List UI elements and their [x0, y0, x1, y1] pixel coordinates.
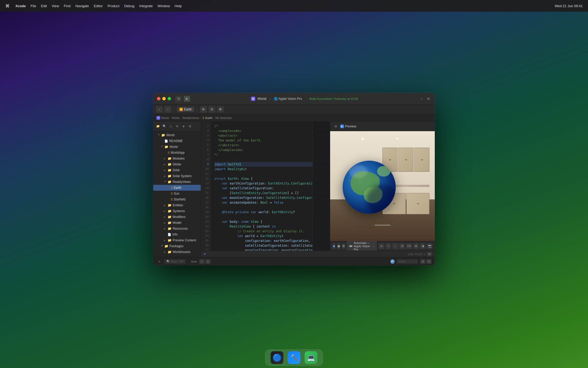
- forward-btn[interactable]: ›: [164, 106, 171, 113]
- disclosure-world-root: ▶: [158, 134, 160, 136]
- sidebar-item-globe[interactable]: ▶ 📁 Globe: [153, 161, 201, 167]
- code-line-1: /*: [214, 124, 327, 129]
- record-btn[interactable]: ⏺: [332, 243, 335, 249]
- code-line-2: <samplecode>: [214, 129, 327, 133]
- sidebar-item-solarsystem[interactable]: ▶ 📁 Solar System: [153, 173, 201, 179]
- breadcrumb-world-2[interactable]: World: [172, 116, 180, 119]
- sidebar-toggle-btn[interactable]: ⊟: [175, 96, 182, 102]
- folder-icon-globe: 📁: [168, 162, 172, 166]
- sidebar-item-realityviews[interactable]: ▶ 📁 RealityViews: [153, 179, 201, 185]
- code-line-10: import RealityKit: [214, 167, 327, 172]
- landscape-btn[interactable]: ⊟: [413, 243, 419, 249]
- sidebar-item-earth[interactable]: S Earth: [153, 185, 201, 191]
- sidebar-item-info[interactable]: 📄 Info: [153, 232, 201, 237]
- editor-split-btn[interactable]: ⊟: [208, 106, 215, 113]
- sidebar-item-resources[interactable]: ▶ 📁 Resources: [153, 226, 201, 232]
- back-btn[interactable]: ‹: [156, 106, 163, 113]
- sidebar-item-sun[interactable]: S Sun: [153, 191, 201, 196]
- maximize-button[interactable]: [168, 97, 171, 100]
- sidebar-icon-5[interactable]: ◈: [181, 124, 186, 129]
- menu-product[interactable]: Product: [108, 4, 120, 8]
- project-icon: W: [251, 97, 255, 101]
- title-center: W World › 🌐 Apple Vision Pro Build Succe…: [192, 97, 417, 101]
- sidebar-item-world[interactable]: ▶ 📁 World: [153, 144, 201, 150]
- preview-label: ▶ Preview: [340, 125, 356, 128]
- file-tab-earth[interactable]: S Earth: [177, 107, 194, 112]
- status-expand-btn[interactable]: ⊞: [427, 252, 432, 256]
- breadcrumb-earth[interactable]: Earth: [205, 116, 212, 119]
- info-btn[interactable]: ℹ: [205, 259, 211, 264]
- breadcrumb-sep-4: ›: [214, 116, 215, 119]
- folder-icon-packages: 📁: [164, 244, 168, 248]
- sidebar-item-modules[interactable]: ▶ 📁 Modules: [153, 156, 201, 161]
- menu-help[interactable]: Help: [175, 4, 182, 8]
- zoom-fit-btn[interactable]: ⊙: [378, 243, 384, 249]
- menu-debug[interactable]: Debug: [124, 4, 134, 8]
- sidebar-item-modifiers[interactable]: ▶ 📁 Modifiers: [153, 214, 201, 220]
- sidebar-item-worldapp[interactable]: S WorldApp: [153, 150, 201, 156]
- run-btn[interactable]: ▶: [184, 96, 190, 102]
- menu-edit[interactable]: Edit: [41, 4, 47, 8]
- canvas-btn[interactable]: ⊠: [217, 106, 224, 113]
- sidebar-item-starfield[interactable]: S Starfield: [153, 196, 201, 202]
- line-num-5: 5: [207, 143, 209, 148]
- sidebar-icon-4[interactable]: ⚙: [174, 124, 180, 129]
- device-selector[interactable]: 🥽 Automatic – Apple Vision Pro ⌄: [347, 241, 377, 251]
- zoom-level-btn[interactable]: 100: [406, 243, 412, 249]
- layout-btn[interactable]: ⊞: [426, 96, 431, 101]
- sidebar-item-systems[interactable]: ▶ 📁 Systems: [153, 208, 201, 214]
- capture-btn[interactable]: 📷: [427, 243, 433, 249]
- title-separator: ›: [270, 97, 271, 101]
- add-tab-btn[interactable]: ＋: [419, 96, 424, 101]
- right-grid-btn[interactable]: ⊟: [426, 259, 432, 264]
- menu-view[interactable]: View: [52, 4, 59, 8]
- inspector-btn[interactable]: ⊞: [200, 106, 207, 113]
- line-num-10: 10: [205, 167, 209, 172]
- menu-navigate[interactable]: Navigate: [75, 4, 89, 8]
- editor-filter[interactable]: Filter: [397, 259, 418, 264]
- zoom-100-btn[interactable]: ⊡: [399, 243, 405, 249]
- breadcrumb-no-selection[interactable]: No Selection: [215, 116, 232, 119]
- dock-finder[interactable]: 🔵: [271, 351, 283, 364]
- menu-window[interactable]: Window: [157, 4, 170, 8]
- sidebar-item-world-root[interactable]: ▶ 📁 World: [153, 132, 201, 138]
- sidebar-filter[interactable]: 🔍 Filter ⌘F: [164, 259, 186, 264]
- sidebar-item-entities[interactable]: ▶ 📁 Entities: [153, 202, 201, 208]
- zoom-out-btn[interactable]: －: [392, 243, 398, 249]
- apple-menu-icon[interactable]: ⌘: [5, 3, 10, 8]
- code-line-17: var animateUpdates: Bool = false: [214, 200, 327, 205]
- preview-settings-btn[interactable]: ⚙: [333, 123, 339, 129]
- close-button[interactable]: [157, 97, 160, 100]
- sidebar-item-readme[interactable]: 📄 README: [153, 138, 201, 144]
- disclosure-worldassets: ▶: [164, 251, 167, 253]
- list-view-btn[interactable]: ≡: [199, 259, 204, 264]
- sidebar-icon-3[interactable]: ⚠: [168, 124, 173, 129]
- menu-integrate[interactable]: Integrate: [139, 4, 153, 8]
- sidebar-icon-6[interactable]: ⊞: [187, 124, 193, 129]
- menu-file[interactable]: File: [31, 4, 36, 8]
- menu-find[interactable]: Find: [64, 4, 70, 8]
- sidebar-item-worldassets[interactable]: ▶ 📁 WorldAssets: [153, 249, 201, 255]
- menu-editor[interactable]: Editor: [94, 4, 103, 8]
- menu-xcode[interactable]: Xcode: [15, 4, 26, 8]
- dock-xcode[interactable]: 🔨: [288, 351, 300, 364]
- sidebar-icon-1[interactable]: 📁: [155, 124, 161, 129]
- line-num-7: 7: [207, 152, 209, 157]
- sidebar-icon-2[interactable]: 🔍: [162, 124, 167, 129]
- sidebar-item-previewcontent[interactable]: ▶ 📁 Preview Content: [153, 237, 201, 243]
- settings-btn[interactable]: ⊞: [342, 243, 345, 249]
- color-scheme-btn[interactable]: ◑: [420, 243, 426, 249]
- minimize-button[interactable]: [162, 97, 166, 100]
- breadcrumb-realityviews[interactable]: RealityViews: [182, 116, 199, 119]
- sidebar-item-orbit[interactable]: ▶ 📁 Orbit: [153, 167, 201, 173]
- right-list-btn[interactable]: ⊞: [420, 259, 425, 264]
- code-content[interactable]: /* <samplecode> <abstract> The model of …: [211, 122, 330, 251]
- code-editor[interactable]: 1 2 3 4 5 6 7 8 9 10: [201, 122, 330, 251]
- stop-btn[interactable]: ⏹: [337, 243, 340, 249]
- add-file-btn[interactable]: ＋: [156, 259, 162, 264]
- breadcrumb-world-1[interactable]: World: [161, 116, 169, 119]
- sidebar-item-model[interactable]: ▶ 📁 Model: [153, 220, 201, 226]
- zoom-in-btn[interactable]: ＋: [385, 243, 391, 249]
- sidebar-item-packages[interactable]: ▶ 📁 Packages: [153, 243, 201, 249]
- dock-terminal[interactable]: 💻: [305, 351, 317, 364]
